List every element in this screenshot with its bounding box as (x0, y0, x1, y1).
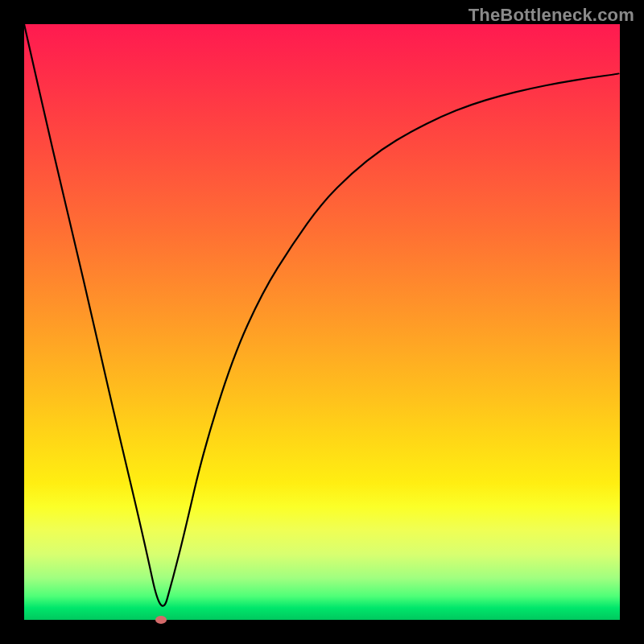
chart-frame: TheBottleneck.com (0, 0, 644, 644)
minimum-marker (155, 616, 167, 624)
plot-area (24, 24, 620, 620)
bottleneck-curve (24, 24, 620, 620)
watermark-text: TheBottleneck.com (469, 5, 634, 26)
